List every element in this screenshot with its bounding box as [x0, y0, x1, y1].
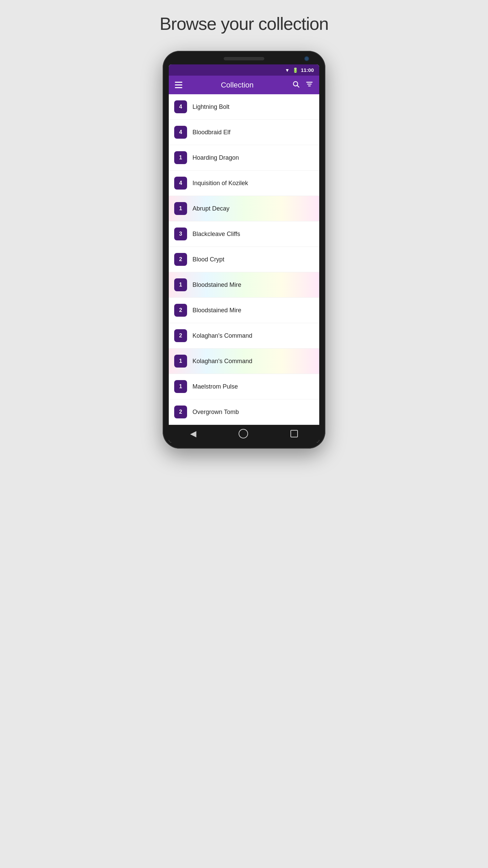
- list-item[interactable]: 4Inquisition of Kozilek: [169, 171, 319, 196]
- list-item[interactable]: 1Maelstrom Pulse: [169, 374, 319, 399]
- card-name: Lightning Bolt: [192, 103, 229, 111]
- card-name: Kolaghan's Command: [192, 358, 252, 365]
- count-badge: 2: [174, 406, 187, 418]
- menu-icon[interactable]: [175, 82, 182, 88]
- list-item[interactable]: 2Kolaghan's Command: [169, 323, 319, 349]
- count-badge: 3: [174, 228, 187, 240]
- list-item[interactable]: 3Blackcleave Cliffs: [169, 221, 319, 247]
- list-item[interactable]: 2Overgrown Tomb: [169, 399, 319, 425]
- count-badge: 1: [174, 355, 187, 368]
- app-bar-icons: [292, 80, 313, 90]
- battery-icon: 🔋: [292, 67, 298, 73]
- phone-device: ▼ 🔋 11:00 Collection: [163, 51, 325, 449]
- phone-speaker: [224, 57, 264, 60]
- card-list: 4Lightning Bolt4Bloodbraid Elf1Hoarding …: [169, 94, 319, 425]
- svg-line-1: [297, 85, 299, 87]
- card-name: Bloodstained Mire: [192, 307, 241, 314]
- list-item[interactable]: 4Bloodbraid Elf: [169, 120, 319, 145]
- list-item[interactable]: 4Lightning Bolt: [169, 94, 319, 120]
- status-bar: ▼ 🔋 11:00: [169, 64, 319, 76]
- recents-button[interactable]: [290, 430, 298, 437]
- search-icon[interactable]: [292, 80, 300, 90]
- list-item[interactable]: 1Abrupt Decay: [169, 196, 319, 221]
- card-name: Bloodbraid Elf: [192, 129, 230, 136]
- card-name: Bloodstained Mire: [192, 281, 241, 289]
- list-item[interactable]: 1Hoarding Dragon: [169, 145, 319, 171]
- page-title: Browse your collection: [160, 14, 328, 34]
- count-badge: 2: [174, 329, 187, 342]
- count-badge: 4: [174, 126, 187, 139]
- count-badge: 2: [174, 304, 187, 317]
- count-badge: 1: [174, 151, 187, 164]
- status-time: 11:00: [301, 67, 314, 73]
- filter-icon[interactable]: [306, 80, 313, 90]
- list-item[interactable]: 2Blood Crypt: [169, 247, 319, 272]
- back-button[interactable]: ◀: [190, 429, 196, 438]
- app-bar-title: Collection: [221, 81, 254, 90]
- phone-nav-bar: ◀: [169, 425, 319, 442]
- card-name: Abrupt Decay: [192, 205, 229, 212]
- count-badge: 1: [174, 202, 187, 215]
- card-name: Kolaghan's Command: [192, 332, 252, 339]
- list-item[interactable]: 2Bloodstained Mire: [169, 298, 319, 323]
- card-name: Blackcleave Cliffs: [192, 231, 240, 238]
- list-item[interactable]: 1Bloodstained Mire: [169, 272, 319, 298]
- card-name: Hoarding Dragon: [192, 154, 239, 161]
- count-badge: 2: [174, 253, 187, 266]
- card-name: Overgrown Tomb: [192, 409, 239, 416]
- card-name: Inquisition of Kozilek: [192, 180, 248, 187]
- count-badge: 4: [174, 100, 187, 113]
- home-button[interactable]: [239, 429, 248, 438]
- card-name: Blood Crypt: [192, 256, 224, 263]
- phone-top-bar: [169, 57, 319, 60]
- count-badge: 1: [174, 278, 187, 291]
- phone-camera: [304, 56, 309, 61]
- card-name: Maelstrom Pulse: [192, 383, 238, 390]
- list-item[interactable]: 1Kolaghan's Command: [169, 349, 319, 374]
- phone-screen: ▼ 🔋 11:00 Collection: [169, 64, 319, 442]
- app-bar: Collection: [169, 76, 319, 94]
- count-badge: 1: [174, 380, 187, 393]
- wifi-icon: ▼: [285, 67, 290, 73]
- count-badge: 4: [174, 177, 187, 190]
